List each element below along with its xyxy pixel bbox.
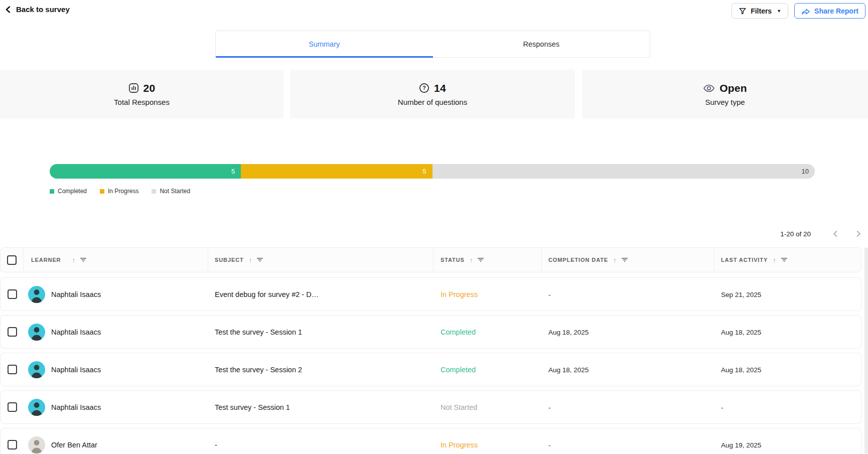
back-to-survey-button[interactable]: Back to survey [5, 5, 70, 14]
survey-type-value: Open [719, 82, 747, 94]
learner-name: Ofer Ben Attar [51, 441, 97, 449]
stat-card-number-of-questions: ? 14 Number of questions [290, 70, 575, 118]
last-activity-cell: Aug 19, 2025 [721, 441, 761, 449]
total-responses-value: 20 [143, 82, 156, 94]
table-row[interactable]: Naphtali Isaacs Event debug for survey #… [0, 277, 861, 311]
subject-cell: Test the survey - Session 2 [215, 366, 302, 374]
number-of-questions-label: Number of questions [398, 98, 467, 106]
filters-button[interactable]: Filters ▼ [732, 3, 788, 19]
filter-column-icon[interactable] [80, 257, 87, 263]
status-badge: Completed [441, 366, 476, 374]
table-scrollbar[interactable] [864, 247, 868, 454]
table-row[interactable]: Naphtali Isaacs Test the survey - Sessio… [0, 315, 861, 349]
last-activity-cell: Aug 18, 2025 [721, 329, 761, 336]
table-row[interactable]: Naphtali Isaacs Test survey - Session 1 … [0, 390, 861, 424]
select-all-checkbox[interactable] [7, 255, 17, 265]
share-report-button[interactable]: Share Report [794, 3, 865, 19]
number-of-questions-value: 14 [434, 82, 446, 94]
header-completion-date-label: COMPLETION DATE [548, 257, 608, 263]
stat-card-total-responses: 20 Total Responses [0, 70, 283, 118]
completion-date-cell: - [548, 441, 551, 449]
completion-date-cell: Aug 18, 2025 [548, 366, 589, 374]
tab-summary-label: Summary [309, 40, 340, 48]
funnel-icon [739, 7, 747, 15]
header-last-activity: LAST ACTIVITY ↑ [714, 248, 861, 272]
status-badge: In Progress [441, 441, 478, 449]
sort-up-icon[interactable]: ↑ [613, 257, 617, 263]
header-completion-date: COMPLETION DATE ↑ [542, 248, 714, 272]
progress-segment-not-started: 10 [432, 164, 815, 179]
select-all-cell [1, 248, 24, 272]
last-activity-cell: - [721, 404, 724, 411]
completion-date-cell: - [548, 404, 551, 411]
row-checkbox[interactable] [8, 365, 17, 374]
table-header: LEARNER ↑ SUBJECT ↑ STATUS ↑ COMPLETION … [0, 247, 861, 272]
header-learner-label: LEARNER [31, 257, 61, 263]
legend-swatch-completed [50, 189, 54, 194]
avatar [28, 286, 45, 303]
stat-card-survey-type: Open Survey type [582, 70, 868, 118]
status-badge: Completed [441, 328, 476, 336]
subject-cell: Event debug for survey #2 - D… [215, 290, 319, 298]
pagination-prev-button[interactable] [830, 228, 841, 239]
progress-segment-completed: 5 [50, 164, 241, 179]
bar-chart-icon [128, 83, 139, 93]
sort-up-icon[interactable]: ↑ [470, 257, 473, 263]
legend-label-completed: Completed [58, 188, 87, 195]
row-checkbox[interactable] [8, 440, 17, 449]
table-row[interactable]: Naphtali Isaacs Test the survey - Sessio… [0, 353, 861, 386]
status-badge: In Progress [441, 290, 478, 298]
learner-name: Naphtali Isaacs [51, 366, 101, 374]
tab-summary[interactable]: Summary [216, 31, 433, 57]
subject-cell: Test the survey - Session 1 [215, 328, 302, 336]
eye-icon [703, 83, 715, 93]
progress-legend: Completed In Progress Not Started [50, 188, 190, 195]
filter-column-icon[interactable] [256, 257, 263, 263]
sort-up-icon[interactable]: ↑ [249, 257, 252, 263]
legend-item-not-started: Not Started [152, 188, 190, 195]
back-label: Back to survey [16, 5, 70, 14]
chevron-left-icon [5, 6, 11, 13]
header-status-label: STATUS [441, 257, 465, 263]
share-icon [801, 7, 810, 15]
sort-up-icon[interactable]: ↑ [72, 257, 75, 263]
legend-swatch-not-started [152, 189, 156, 194]
filter-column-icon[interactable] [781, 257, 788, 263]
tab-responses-label: Responses [523, 40, 559, 48]
survey-report-page: Back to survey Filters ▼ Share Report Su… [0, 0, 868, 454]
last-activity-cell: Sep 21, 2025 [721, 291, 761, 298]
subject-cell: Test survey - Session 1 [215, 403, 290, 411]
subject-cell: - [215, 441, 217, 449]
filter-column-icon[interactable] [621, 257, 628, 263]
row-checkbox[interactable] [8, 289, 17, 299]
table-row[interactable]: Ofer Ben Attar - In Progress - Aug 19, 2… [0, 428, 861, 454]
legend-item-in-progress: In Progress [100, 188, 138, 195]
pagination-next-button[interactable] [853, 228, 864, 239]
tab-responses[interactable]: Responses [433, 31, 650, 57]
filter-column-icon[interactable] [477, 257, 484, 263]
header-status: STATUS ↑ [433, 248, 542, 272]
legend-label-in-progress: In Progress [108, 188, 138, 195]
table-pagination: 1-20 of 20 [780, 228, 864, 239]
status-badge: Not Started [441, 403, 477, 411]
svg-text:?: ? [422, 85, 425, 91]
progress-segment-in-progress: 5 [241, 164, 432, 179]
avatar [28, 324, 45, 341]
legend-swatch-in-progress [100, 189, 104, 194]
caret-down-icon: ▼ [777, 9, 781, 14]
header-subject-label: SUBJECT [215, 257, 244, 263]
filters-label: Filters [751, 7, 772, 15]
pagination-range: 1-20 of 20 [780, 230, 811, 238]
header-last-activity-label: LAST ACTIVITY [721, 257, 768, 263]
report-tabs: Summary Responses [215, 31, 650, 58]
total-responses-label: Total Responses [114, 98, 170, 106]
avatar [28, 361, 45, 378]
sort-up-icon[interactable]: ↑ [773, 257, 776, 263]
last-activity-cell: Aug 18, 2025 [721, 366, 761, 374]
row-checkbox[interactable] [8, 402, 17, 412]
header-learner: LEARNER ↑ [24, 248, 208, 272]
avatar [28, 436, 45, 453]
completion-date-cell: Aug 18, 2025 [548, 329, 589, 336]
row-checkbox[interactable] [8, 327, 17, 337]
avatar [28, 399, 45, 416]
